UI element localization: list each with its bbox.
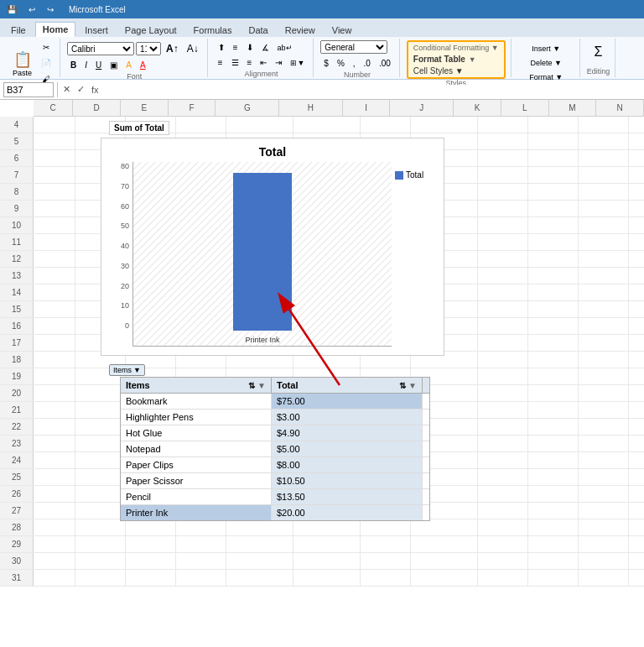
pivot-data-row[interactable]: Printer Ink$20.00 (121, 505, 429, 520)
orient-btn[interactable]: ∡ (258, 40, 273, 55)
autosum-btn[interactable]: Σ (591, 42, 606, 62)
paste-icon: 📋 (13, 50, 32, 69)
align-middle-btn[interactable]: ≡ (230, 40, 242, 55)
delete-btn[interactable]: Delete ▼ (526, 56, 566, 70)
total-sort-icon[interactable]: ⇅ (399, 381, 406, 390)
pivot-item-cell: Hot Glue (121, 425, 272, 441)
col-header-c: C (34, 100, 73, 116)
align-left-btn[interactable]: ≡ (215, 55, 226, 70)
number-format-select[interactable]: General (320, 40, 387, 54)
grid-row[interactable]: 4 (0, 117, 644, 133)
tab-view[interactable]: View (325, 23, 360, 37)
pivot-data-row[interactable]: Paper Scissor$10.50 (121, 473, 429, 489)
pivot-item-cell: Highlighter Pens (121, 410, 272, 425)
editing-label: Editing (587, 67, 610, 76)
chart-container[interactable]: Total 80 70 60 50 40 30 20 10 0 (101, 138, 444, 356)
percent-btn[interactable]: % (334, 56, 348, 70)
border-button[interactable]: ▣ (106, 58, 121, 72)
tab-formulas[interactable]: Formulas (186, 23, 240, 37)
currency-btn[interactable]: $ (320, 56, 332, 70)
items-filter-icon[interactable]: ▼ (257, 381, 266, 390)
bold-button[interactable]: B (67, 58, 80, 72)
pivot-rows: Bookmark$75.00Highlighter Pens$3.00Hot G… (121, 394, 429, 520)
pivot-data-row[interactable]: Paper Clips$8.00 (121, 457, 429, 473)
group-alignment: ⬆ ≡ ⬇ ∡ ab↵ ≡ ☰ ≡ ⇤ ⇥ ⊞▼ Alignment (210, 39, 314, 77)
increase-indent-btn[interactable]: ⇥ (272, 55, 285, 70)
cut-button[interactable]: ✂ (38, 40, 55, 55)
font-color-button[interactable]: A (137, 58, 149, 72)
group-editing: Σ Editing (582, 39, 616, 77)
tab-insert[interactable]: Insert (77, 23, 116, 37)
chart-x-label: Printer Ink (245, 336, 279, 344)
underline-button[interactable]: U (92, 58, 105, 72)
pivot-header-total: Total ⇅ ▼ (272, 378, 423, 393)
filter-button[interactable]: Items ▼ (109, 364, 145, 376)
comma-btn[interactable]: , (350, 56, 359, 70)
fill-color-button[interactable]: A (122, 58, 135, 72)
pivot-data-row[interactable]: Bookmark$75.00 (121, 394, 429, 410)
pivot-data-row[interactable]: Pencil$13.50 (121, 489, 429, 505)
confirm-formula-btn[interactable]: ✓ (75, 84, 86, 95)
insert-function-btn[interactable]: fx (90, 85, 101, 95)
pivot-table: Items ⇅ ▼ Total ⇅ ▼ Bookmark$75.00Highli… (120, 377, 430, 521)
decrease-font-btn[interactable]: A↓ (184, 40, 202, 57)
merge-btn[interactable]: ⊞▼ (287, 55, 308, 70)
increase-font-btn[interactable]: A↑ (163, 40, 182, 57)
align-right-btn[interactable]: ≡ (244, 55, 256, 70)
wrap-text-btn[interactable]: ab↵ (274, 40, 296, 55)
grid-row[interactable]: 30 (0, 553, 644, 570)
total-filter-icon[interactable]: ▼ (408, 381, 417, 390)
grid-row[interactable]: 29 (0, 536, 644, 553)
col-header-d: D (73, 100, 121, 116)
align-bottom-btn[interactable]: ⬇ (243, 40, 257, 55)
italic-button[interactable]: I (81, 58, 91, 72)
col-header-n: N (596, 100, 644, 116)
col-header-m: M (549, 100, 597, 116)
tab-page-layout[interactable]: Page Layout (117, 23, 184, 37)
pivot-item-cell: Printer Ink (121, 505, 272, 520)
pivot-data-row[interactable]: Highlighter Pens$3.00 (121, 410, 429, 425)
items-sort-icon[interactable]: ⇅ (248, 381, 255, 390)
chart-bar (233, 173, 292, 331)
decrease-indent-btn[interactable]: ⇤ (257, 55, 270, 70)
formula-icons: ✕ ✓ fx (61, 84, 101, 95)
paste-button[interactable]: 📋 Paste (8, 48, 36, 80)
ribbon-top-bar: 💾 ↩ ↪ Microsoft Excel (0, 0, 644, 18)
tab-data[interactable]: Data (241, 23, 275, 37)
group-font: Calibri 11 A↑ A↓ B I U ▣ A A Font (62, 39, 208, 77)
quick-access-undo[interactable]: ↩ (25, 4, 39, 15)
format-btn[interactable]: Format ▼ (526, 70, 566, 84)
chart-body: 80 70 60 50 40 30 20 10 0 (108, 162, 437, 347)
cell-styles-label[interactable]: Cell Styles ▼ (413, 66, 464, 76)
tab-file[interactable]: File (3, 23, 34, 37)
align-center-btn[interactable]: ☰ (228, 55, 242, 70)
copy-button[interactable]: 📄 (38, 56, 55, 70)
col-header-l: L (501, 100, 549, 116)
col-header-j: J (390, 100, 454, 116)
font-size-select[interactable]: 11 (136, 42, 161, 55)
tab-home[interactable]: Home (35, 22, 76, 37)
quick-access-save[interactable]: 💾 (3, 4, 20, 15)
increase-decimal-btn[interactable]: .00 (376, 56, 394, 70)
decrease-decimal-btn[interactable]: .0 (361, 56, 374, 70)
format-table-label[interactable]: Format Table (413, 55, 465, 64)
styles-highlighted: Conditional Formatting ▼ Format Table ▼ … (407, 40, 506, 79)
tab-review[interactable]: Review (278, 23, 323, 37)
pivot-item-cell: Notepad (121, 441, 272, 457)
insert-btn[interactable]: Insert ▼ (526, 42, 566, 55)
pivot-data-row[interactable]: Hot Glue$4.90 (121, 425, 429, 441)
cell-name-box[interactable] (3, 82, 54, 97)
grid-row[interactable]: 28 (0, 519, 644, 536)
y-axis: 80 70 60 50 40 30 20 10 0 (108, 162, 129, 347)
pivot-header-items: Items ⇅ ▼ (121, 378, 272, 393)
pivot-data-row[interactable]: Notepad$5.00 (121, 441, 429, 457)
spreadsheet: C D E F G H I J K L M N 4567891011121314… (0, 100, 644, 620)
grid-row[interactable]: 31 (0, 570, 644, 587)
quick-access-redo[interactable]: ↪ (44, 4, 57, 15)
col-header-e: E (121, 100, 169, 116)
font-name-select[interactable]: Calibri (67, 42, 134, 55)
cancel-formula-btn[interactable]: ✕ (61, 84, 72, 95)
align-top-btn[interactable]: ⬆ (215, 40, 228, 55)
group-styles: Conditional Formatting ▼ Format Table ▼ … (402, 39, 512, 77)
formula-input[interactable] (104, 85, 641, 95)
